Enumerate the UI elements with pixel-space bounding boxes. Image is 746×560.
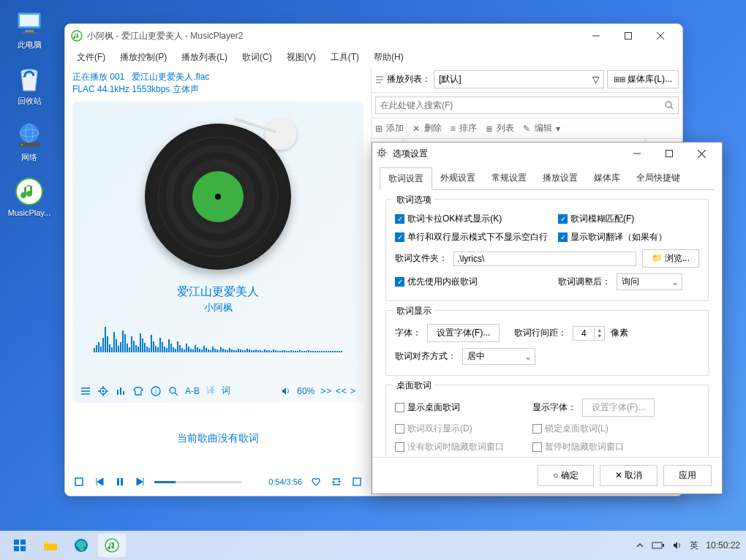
menu-file[interactable]: 文件(F) (71, 49, 111, 66)
skin-icon[interactable] (132, 385, 143, 396)
menu-icon[interactable] (80, 385, 91, 396)
svg-line-51 (379, 155, 380, 156)
desktop-icons: 此电脑 回收站 网络 MusicPlay... (7, 7, 51, 217)
checkbox-show-desktop[interactable]: 显示桌面歌词 (395, 401, 527, 414)
prev-button[interactable] (93, 475, 106, 488)
media-library-button[interactable]: ⊞⊞ 媒体库(L)... (607, 70, 679, 88)
start-button[interactable] (6, 534, 34, 557)
translate-icon[interactable]: 译 (206, 385, 215, 397)
svg-line-48 (379, 150, 380, 151)
battery-icon[interactable] (652, 541, 665, 550)
folder-input[interactable] (453, 251, 636, 266)
checkbox-opt-a[interactable]: 没有歌词时隐藏歌词窗口 (395, 441, 527, 453)
pause-button[interactable] (113, 475, 127, 488)
volume-icon[interactable] (280, 385, 291, 396)
stop-button[interactable] (72, 475, 86, 488)
close-button[interactable] (685, 143, 717, 164)
edit-button[interactable]: ✎ 编辑 ▾ (523, 122, 560, 135)
line-spacing-spinner[interactable]: ▲▼ (573, 326, 605, 341)
transport-bar: 0:54/3:56 (72, 475, 363, 488)
nav-arrows[interactable]: >> << > (320, 386, 356, 396)
desktop-icon-network[interactable]: 网络 (7, 120, 51, 163)
search-icon[interactable] (664, 100, 674, 110)
delete-button[interactable]: ✕ 删除 (412, 122, 441, 135)
maximize-button[interactable] (612, 25, 644, 47)
settings-titlebar[interactable]: 选项设置 (372, 143, 722, 164)
tab-appearance[interactable]: 外观设置 (432, 167, 483, 190)
desktop-icon-this-pc[interactable]: 此电脑 (7, 7, 51, 50)
info-icon[interactable]: i (150, 385, 161, 396)
tab-playback[interactable]: 播放设置 (535, 167, 586, 190)
now-playing-file-link[interactable]: 爱江山更爱美人.flac (132, 72, 209, 82)
checkbox-lock[interactable]: 锁定桌面歌词(L) (532, 423, 609, 435)
musicplayer-taskbar[interactable] (98, 534, 126, 557)
repeat-icon[interactable] (330, 475, 343, 488)
desktop-icon-recycle-bin[interactable]: 回收站 (7, 64, 51, 107)
list-button[interactable]: ≣ 列表 (486, 122, 514, 135)
ime-indicator[interactable]: 英 (690, 540, 698, 552)
minimize-button[interactable] (580, 25, 612, 47)
apply-button[interactable]: 应用 (663, 465, 712, 486)
svg-point-43 (381, 152, 383, 154)
svg-point-21 (102, 390, 104, 392)
sort-button[interactable]: ≡ 排序 (451, 122, 477, 135)
tab-general[interactable]: 常规设置 (483, 167, 535, 190)
checkbox-prefer-embedded[interactable]: 优先使用内嵌歌词 (395, 276, 552, 288)
heart-icon[interactable] (309, 475, 323, 488)
svg-text:i: i (155, 387, 157, 395)
search-input[interactable] (375, 97, 679, 114)
titlebar[interactable]: 小阿枫 - 爱江山更爱美人 - MusicPlayer2 (65, 24, 682, 48)
desktop-icon-musicplayer[interactable]: MusicPlay... (7, 176, 51, 217)
progress-bar[interactable] (154, 481, 242, 483)
maximize-button[interactable] (653, 143, 685, 164)
next-button[interactable] (134, 475, 147, 488)
volume-icon[interactable] (672, 540, 682, 550)
equalizer-icon[interactable] (115, 385, 126, 396)
codec-info: FLAC 44.1kHz 1553kbps 立体声 (72, 83, 363, 96)
tab-media[interactable]: 媒体库 (586, 167, 628, 190)
svg-rect-58 (14, 546, 19, 551)
menu-tools[interactable]: 工具(T) (325, 49, 365, 66)
search-icon[interactable] (167, 385, 178, 396)
svg-rect-56 (14, 540, 19, 545)
menu-view[interactable]: 视图(V) (281, 49, 322, 66)
playlist-label: 播放列表： (375, 73, 431, 86)
minimize-button[interactable] (621, 143, 653, 164)
gear-icon[interactable] (97, 385, 108, 396)
align-select[interactable]: 居中 (462, 348, 535, 365)
adjust-label: 歌词调整后： (558, 276, 611, 288)
lyric-icon[interactable]: 词 (222, 385, 230, 397)
menu-lyrics[interactable]: 歌词(C) (236, 49, 278, 66)
svg-line-49 (384, 155, 385, 156)
browse-button[interactable]: 📁 浏览... (642, 249, 699, 268)
ok-button[interactable]: ○ 确定 (538, 465, 594, 486)
now-playing-prefix: 正在播放 001 (72, 72, 124, 82)
checkbox-fuzzy[interactable]: 歌词模糊匹配(F) (558, 213, 634, 225)
cancel-button[interactable]: ✕ 取消 (600, 465, 658, 486)
explorer-button[interactable] (37, 534, 64, 557)
checkbox-hide-blank[interactable]: 单行和双行显示模式下不显示空白行 (395, 231, 552, 243)
ab-repeat[interactable]: A-B (185, 386, 200, 396)
checkbox-two-line[interactable]: 歌词双行显示(D) (395, 423, 527, 435)
checkbox-karaoke[interactable]: 歌词卡拉OK样式显示(K) (395, 213, 552, 225)
adjust-select[interactable]: 询问 (617, 273, 682, 290)
menu-playlist[interactable]: 播放列表(L) (176, 49, 233, 66)
clock[interactable]: 10:50:22 (706, 540, 740, 550)
menubar: 文件(F) 播放控制(P) 播放列表(L) 歌词(C) 视图(V) 工具(T) … (65, 48, 682, 67)
edge-button[interactable] (67, 534, 95, 557)
checkbox-opt-b[interactable]: 暂停时隐藏歌词窗口 (532, 441, 624, 453)
checkbox-show-translation[interactable]: 显示歌词翻译（如果有） (558, 231, 667, 243)
add-button[interactable]: ⊞ 添加 (375, 122, 404, 135)
menu-playback[interactable]: 播放控制(P) (114, 49, 173, 66)
close-button[interactable] (644, 25, 677, 47)
chevron-up-icon[interactable] (636, 541, 644, 550)
svg-point-31 (170, 387, 176, 393)
display-font-button[interactable]: 设置字体(F)... (582, 398, 655, 417)
tab-lyrics[interactable]: 歌词设置 (380, 167, 432, 190)
tab-hotkeys[interactable]: 全局快捷键 (628, 167, 688, 190)
menu-help[interactable]: 帮助(H) (368, 49, 410, 66)
font-button[interactable]: 设置字体(F)... (427, 324, 500, 342)
line-spacing-label: 歌词行间距： (514, 327, 567, 339)
playlist-select[interactable]: [默认] ▽ (434, 70, 604, 88)
expand-icon[interactable] (350, 475, 363, 488)
